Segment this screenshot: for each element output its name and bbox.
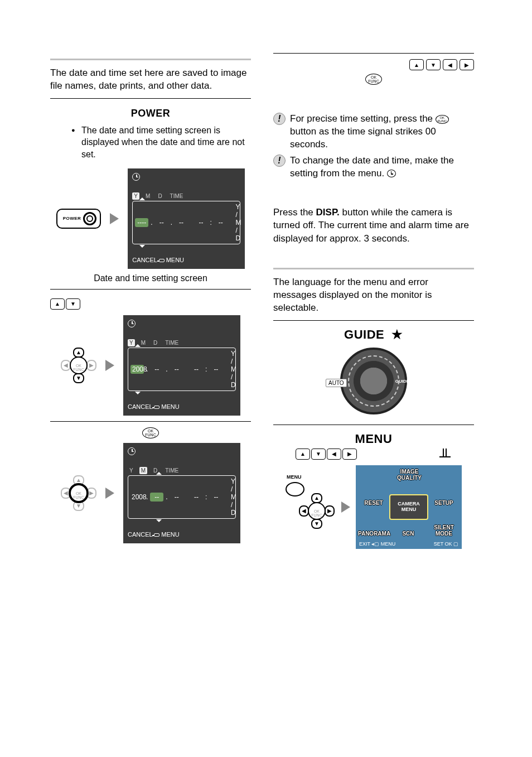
note-change-datetime: ! To change the date and time, make the … <box>273 155 474 180</box>
mode-dial-icon: AUTO GUIDE <box>340 348 407 414</box>
mode-dial-figure: AUTO GUIDE <box>273 348 474 414</box>
okfunc-icon: OK FUNC <box>142 427 159 438</box>
menu-camera-menu: CAMERA MENU <box>389 494 428 520</box>
step1-note: The date and time setting screen is disp… <box>61 124 251 161</box>
arrow-icon <box>105 488 114 499</box>
up-icon: ▲ <box>50 298 65 310</box>
lcd-tab-d: D <box>156 192 163 200</box>
dpad-icon: ▲ ▼ ◀ ▶ OKFUNC <box>61 475 96 511</box>
divider <box>273 320 474 321</box>
setup-icon <box>439 449 452 459</box>
lcd-tab-y: Y <box>132 192 139 200</box>
okfunc-icon: OK FUNC <box>365 74 382 85</box>
divider <box>50 289 251 290</box>
clock-icon <box>128 447 136 455</box>
menu-silent: SILENT MODE <box>428 524 460 537</box>
nav-right-icon: ▶ <box>342 449 357 460</box>
divider <box>273 425 474 425</box>
menu-button-cluster: MENU ▲ ▼ ◀ ▶ OKFUNC <box>286 482 336 532</box>
lcd-screen-1: Y M D TIME ----. --. -- --: -- Y / M / D <box>128 168 245 269</box>
clock-icon <box>387 170 396 177</box>
step1-caption: Date and time setting screen <box>50 273 251 283</box>
divider <box>50 98 251 99</box>
arrow-icon <box>341 502 350 513</box>
step2-figure: ▲ ▼ ◀ ▶ OKFUNC Y M D TIME 2008. --. <box>50 315 251 416</box>
dpad-icon: ▲ ▼ ◀ ▶ OKFUNC <box>61 348 96 383</box>
dpad-icon: ▲ ▼ ◀ ▶ OKFUNC <box>299 493 335 529</box>
step1-heading: POWER <box>50 105 251 120</box>
step3-heading-row: OK FUNC <box>50 427 251 438</box>
intro-text: The date and time set here are saved to … <box>50 67 251 93</box>
lcd-screen-2: Y M D TIME 2008. --. -- --: -- Y / M / D <box>123 315 240 416</box>
nav-down-icon: ▼ <box>426 59 441 70</box>
lcd-screen-3: Y M D TIME 2008. --. -- --: -- Y / M / D <box>123 443 240 543</box>
divider <box>273 53 474 54</box>
okfunc-icon: OKFUNC <box>436 115 449 124</box>
menu-panorama: PANORAMA <box>358 531 389 537</box>
nav-up-icon: ▲ <box>296 449 310 460</box>
caution-icon: ! <box>273 113 286 125</box>
clock-icon <box>128 320 136 327</box>
arrow-icon <box>105 360 114 371</box>
clock-icon <box>132 173 140 181</box>
nav-left-icon: ◀ <box>327 449 341 460</box>
power-button-icon: POWER <box>56 209 101 229</box>
nav-down-icon: ▼ <box>311 449 326 460</box>
lang-intro: The language for the menu and error mess… <box>273 276 474 315</box>
lang-step2-figure: MENU ▲ ▼ ◀ ▶ OKFUNC IMAGE QUALITY RESET … <box>273 465 474 549</box>
nav-left-icon: ◀ <box>443 59 457 70</box>
caution-icon: ! <box>273 155 286 167</box>
check-body: Press the DISP. button while the camera … <box>273 206 474 245</box>
nav-up-icon: ▲ <box>409 59 424 70</box>
step3-figure: ▲ ▼ ◀ ▶ OKFUNC Y M D TIME 2008. --. <box>50 443 251 543</box>
menu-reset: RESET <box>358 500 389 506</box>
lcd1-year: ---- <box>135 218 148 227</box>
lang-step1-heading: GUIDE ★ <box>273 327 474 342</box>
step1-figure: POWER Y M D TIME ----. --. -- --: <box>50 168 251 269</box>
power-label: POWER <box>131 108 171 119</box>
divider <box>50 421 251 422</box>
note-precise-time: ! For precise time setting, press the OK… <box>273 113 474 151</box>
lcd2-year: 2008 <box>130 365 144 374</box>
section-divider <box>273 268 474 269</box>
menu-scn: SCN <box>397 531 419 537</box>
step2-heading-row: ▲ ▼ <box>50 298 251 310</box>
section-divider <box>50 59 251 60</box>
down-icon: ▼ <box>66 298 80 310</box>
top-menu-screen: IMAGE QUALITY RESET CAMERA MENU SETUP PA… <box>356 465 462 549</box>
nav-right-icon: ▶ <box>460 59 474 70</box>
arrow-icon <box>110 213 119 224</box>
lang-step2-heading: MENU <box>273 432 474 446</box>
menu-image-quality: IMAGE QUALITY <box>394 469 425 481</box>
menu-setup: SETUP <box>428 500 460 506</box>
power-btn-text: POWER <box>63 216 81 221</box>
lcd3-year: 2008 <box>130 493 144 501</box>
lcd-tab-time: TIME <box>168 192 185 200</box>
